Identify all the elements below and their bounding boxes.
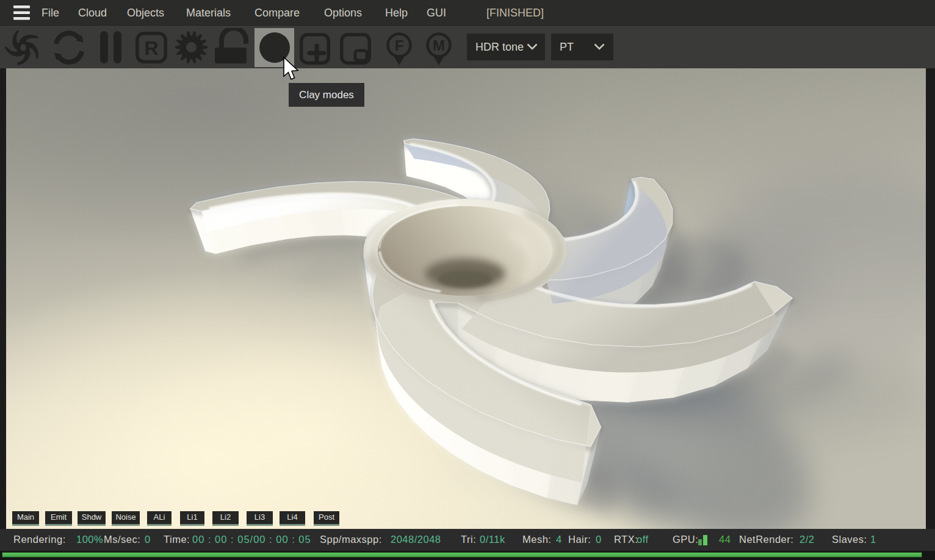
- svg-text:R: R: [144, 37, 158, 59]
- svg-text:F: F: [395, 37, 404, 54]
- svg-text:M: M: [433, 37, 445, 54]
